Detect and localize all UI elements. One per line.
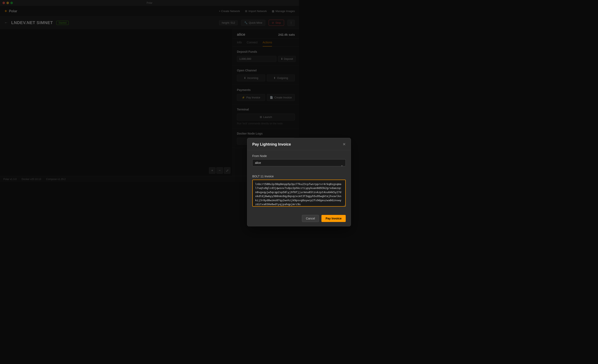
bolt11-label: BOLT 11 Invoice	[252, 175, 299, 178]
modal-body: From Node alice BOLT 11 Invoice lnbcrt50…	[247, 150, 299, 182]
modal-header: Pay Lightning Invoice ✕	[247, 138, 299, 150]
from-node-label: From Node	[252, 154, 299, 157]
bolt11-invoice-textarea[interactable]: lnbcrt500u1p38qdmnpp5p3pz77ku23cpfwnrppr…	[252, 180, 299, 182]
from-node-select-wrapper: alice	[252, 159, 299, 171]
pay-invoice-modal: Pay Lightning Invoice ✕ From Node alice …	[247, 138, 299, 182]
modal-overlay[interactable]: Pay Lightning Invoice ✕ From Node alice …	[0, 0, 299, 182]
from-node-select[interactable]: alice	[252, 159, 299, 166]
modal-title: Pay Lightning Invoice	[252, 142, 291, 147]
